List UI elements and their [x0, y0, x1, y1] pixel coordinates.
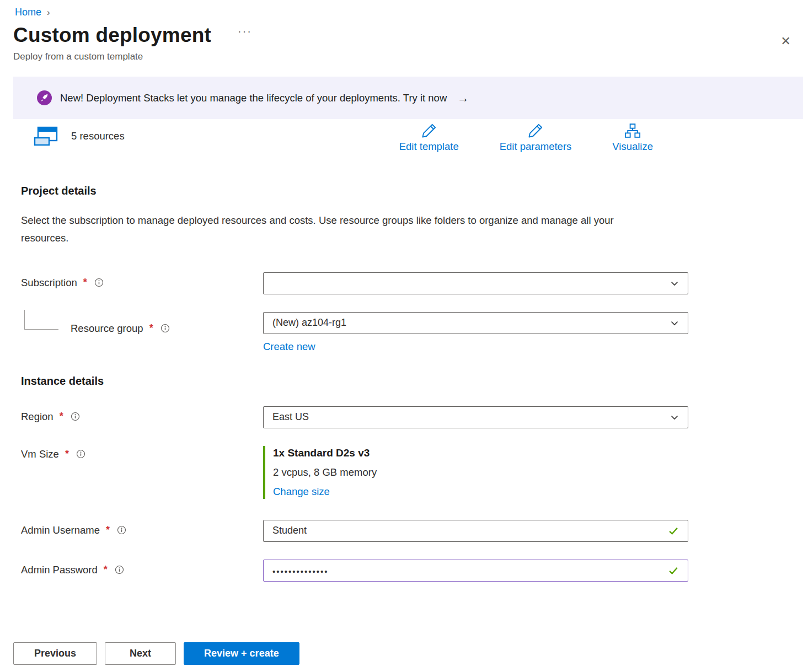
- banner-message: New! Deployment Stacks let you manage th…: [60, 92, 447, 104]
- template-summary-bar: 5 resources Edit template: [33, 122, 803, 153]
- vm-size-label: Vm Size: [21, 448, 59, 460]
- region-label: Region: [21, 411, 53, 423]
- review-create-button[interactable]: Review + create: [184, 642, 299, 665]
- admin-password-label: Admin Password: [21, 564, 98, 576]
- region-value: East US: [272, 411, 309, 423]
- project-details-description: Select the subscription to manage deploy…: [21, 212, 658, 247]
- create-new-link[interactable]: Create new: [263, 341, 315, 353]
- required-asterisk: *: [104, 564, 108, 576]
- template-summary: 5 resources: [33, 126, 125, 147]
- resource-group-row: Resource group * (New) az104-rg1 Create …: [21, 312, 803, 353]
- edit-template-label: Edit template: [399, 141, 459, 153]
- chevron-down-icon: [670, 279, 679, 288]
- admin-username-value: Student: [272, 525, 307, 536]
- valid-check-icon: [668, 565, 679, 576]
- chevron-right-icon: ›: [47, 7, 50, 18]
- resource-group-label: Resource group: [71, 322, 143, 335]
- template-actions: Edit template Edit parameters: [399, 122, 653, 153]
- admin-username-label: Admin Username: [21, 524, 100, 536]
- info-icon[interactable]: [115, 565, 124, 574]
- rocket-icon: [37, 90, 52, 105]
- instance-details-form: Region * East US Vm Size *: [21, 406, 803, 582]
- edit-parameters-label: Edit parameters: [500, 141, 572, 153]
- required-asterisk: *: [83, 277, 87, 288]
- notification-banner[interactable]: New! Deployment Stacks let you manage th…: [13, 77, 803, 119]
- region-row: Region * East US: [21, 406, 803, 428]
- chevron-down-icon: [670, 319, 679, 327]
- admin-username-row: Admin Username * Student: [21, 520, 803, 542]
- tree-connector: [24, 310, 58, 330]
- footer-actions: Previous Next Review + create: [13, 642, 299, 665]
- breadcrumb: Home ›: [0, 0, 803, 18]
- arrow-right-icon: →: [457, 92, 469, 105]
- breadcrumb-home-link[interactable]: Home: [15, 7, 41, 18]
- edit-parameters-button[interactable]: Edit parameters: [500, 122, 572, 153]
- info-icon[interactable]: [94, 278, 104, 287]
- admin-password-input[interactable]: ••••••••••••••: [263, 560, 688, 582]
- instance-details-heading: Instance details: [21, 375, 803, 388]
- subscription-label: Subscription: [21, 277, 77, 289]
- valid-check-icon: [668, 525, 679, 536]
- info-icon[interactable]: [160, 324, 170, 333]
- admin-password-value: ••••••••••••••: [272, 565, 329, 576]
- visualize-button[interactable]: Visualize: [612, 122, 653, 153]
- custom-deployment-page: Home › Custom deployment ··· ✕ Deploy fr…: [0, 0, 803, 672]
- info-icon[interactable]: [117, 525, 126, 535]
- info-icon[interactable]: [71, 412, 80, 421]
- page-title: Custom deployment: [13, 24, 211, 47]
- more-options-button[interactable]: ···: [238, 25, 252, 37]
- next-button[interactable]: Next: [105, 642, 176, 665]
- header: Custom deployment ···: [13, 24, 803, 47]
- admin-password-row: Admin Password * ••••••••••••••: [21, 560, 803, 582]
- vm-size-row: Vm Size * 1x Standard D2s v3 2 vcpus, 8 …: [21, 446, 803, 499]
- required-asterisk: *: [149, 322, 153, 334]
- project-details-form: Subscription * Resource group: [21, 272, 803, 353]
- subscription-row: Subscription *: [21, 272, 803, 294]
- resource-group-value: (New) az104-rg1: [272, 317, 346, 329]
- change-size-link[interactable]: Change size: [273, 486, 330, 498]
- vm-size-title: 1x Standard D2s v3: [273, 447, 688, 459]
- vm-size-summary: 1x Standard D2s v3 2 vcpus, 8 GB memory …: [263, 446, 688, 499]
- required-asterisk: *: [60, 411, 63, 422]
- template-icon: [33, 126, 59, 147]
- pencil-icon: [421, 122, 437, 139]
- visualize-label: Visualize: [612, 141, 653, 153]
- resource-group-select[interactable]: (New) az104-rg1: [263, 312, 688, 334]
- pencil-icon: [527, 122, 544, 139]
- region-select[interactable]: East US: [263, 406, 688, 428]
- sitemap-icon: [624, 122, 641, 139]
- previous-button[interactable]: Previous: [13, 642, 97, 665]
- required-asterisk: *: [65, 448, 69, 460]
- subscription-select[interactable]: [263, 272, 688, 294]
- chevron-down-icon: [670, 413, 679, 422]
- vm-size-specs: 2 vcpus, 8 GB memory: [273, 466, 688, 479]
- project-details-heading: Project details: [21, 185, 803, 197]
- info-icon[interactable]: [76, 449, 85, 459]
- resources-count: 5 resources: [71, 130, 125, 142]
- required-asterisk: *: [106, 524, 110, 536]
- page-subtitle: Deploy from a custom template: [13, 51, 803, 62]
- close-icon[interactable]: ✕: [781, 35, 791, 47]
- edit-template-button[interactable]: Edit template: [399, 122, 459, 153]
- admin-username-input[interactable]: Student: [263, 520, 688, 542]
